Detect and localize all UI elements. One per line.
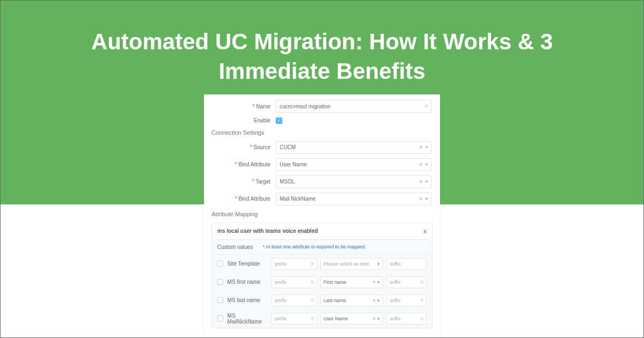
- source-label: * Source: [211, 144, 276, 150]
- map-row-ms-mailnickname: MS MailNickName prefix⎘ User Name×▾ suff…: [212, 310, 432, 328]
- name-input[interactable]: cucm>msol migration ⎘: [276, 100, 431, 113]
- bind-attr-label: * Bind Attribute: [211, 196, 276, 202]
- row-label: MS last name: [226, 297, 268, 303]
- copy-icon[interactable]: ⎘: [311, 316, 314, 321]
- enable-row: Enable ✓: [211, 117, 433, 124]
- copy-icon[interactable]: ⎘: [421, 316, 423, 321]
- mapping-header-title: ms local user with teams voice enabled: [217, 228, 318, 234]
- attribute-mapping-title: Attribute Mapping: [211, 211, 433, 217]
- enable-label: Enable: [211, 117, 276, 123]
- custom-values-hint: * At least one attribute is required to …: [262, 244, 366, 249]
- chevron-down-icon: ▾: [377, 280, 380, 285]
- clear-icon[interactable]: ×: [419, 161, 422, 167]
- copy-icon[interactable]: ⎘: [421, 280, 423, 285]
- suffix-input[interactable]: suffix: [386, 258, 427, 270]
- custom-values-label: Custom values: [217, 244, 253, 250]
- suffix-input[interactable]: suffix⎘: [386, 295, 427, 306]
- prefix-input[interactable]: prefix⎘: [272, 295, 317, 306]
- row-label: MS first name: [226, 279, 268, 285]
- mapping-box: ms local user with teams voice enabled x…: [211, 223, 433, 328]
- target-select[interactable]: MSOL ×▾: [276, 175, 431, 188]
- copy-icon[interactable]: ⎘: [311, 261, 314, 267]
- copy-icon[interactable]: ⎘: [311, 298, 314, 303]
- row-label: Site Template: [226, 261, 268, 267]
- target-row: * Target MSOL ×▾: [211, 175, 433, 188]
- chevron-down-icon: ▾: [377, 298, 380, 303]
- chevron-down-icon: ▾: [426, 179, 428, 184]
- source-row: * Source CUCM ×▾: [211, 141, 433, 154]
- clear-icon[interactable]: ×: [419, 179, 422, 185]
- bind-attr-1-select[interactable]: User Name ×▾: [276, 158, 431, 171]
- connection-settings-title: Connection Settings: [211, 129, 433, 136]
- middle-select[interactable]: First name×▾: [320, 276, 383, 288]
- map-row-site-template: Site Template prefix⎘ Please select an i…: [212, 255, 432, 273]
- row-checkbox[interactable]: [217, 279, 223, 285]
- chevron-down-icon: ▾: [377, 316, 380, 321]
- copy-icon[interactable]: ⎘: [425, 104, 428, 109]
- map-row-ms-last-name: MS last name prefix⎘ Last name×▾ suffix⎘: [212, 291, 432, 310]
- chevron-down-icon: ▾: [377, 261, 380, 267]
- row-label: MS MailNickName: [226, 313, 268, 325]
- bind-attr-2-select[interactable]: Mail NickName ×▾: [276, 193, 431, 205]
- row-checkbox[interactable]: [217, 315, 223, 321]
- source-select[interactable]: CUCM ×▾: [276, 141, 431, 154]
- mapping-header: ms local user with teams voice enabled x: [212, 223, 432, 240]
- middle-select[interactable]: Last name×▾: [320, 295, 383, 306]
- map-row-ms-first-name: MS first name prefix⎘ First name×▾ suffi…: [212, 273, 432, 291]
- enable-checkbox[interactable]: ✓: [276, 117, 282, 124]
- row-checkbox[interactable]: [217, 261, 223, 267]
- config-panel: * Name cucm>msol migration ⎘ Enable ✓ Co…: [204, 94, 440, 338]
- chevron-down-icon: ▾: [426, 196, 428, 201]
- bind-attr-2-row: * Bind Attribute Mail NickName ×▾: [211, 193, 433, 205]
- clear-icon[interactable]: ×: [373, 298, 376, 303]
- target-label: * Target: [211, 179, 276, 185]
- prefix-input[interactable]: prefix⎘: [272, 313, 317, 325]
- prefix-input[interactable]: prefix⎘: [272, 276, 317, 288]
- name-label: * Name: [211, 104, 276, 109]
- suffix-input[interactable]: suffix⎘: [386, 276, 427, 288]
- middle-select[interactable]: Please select an item▾: [320, 258, 383, 270]
- custom-values-note: Custom values * At least one attribute i…: [212, 240, 432, 255]
- clear-icon[interactable]: ×: [419, 144, 422, 150]
- clear-icon[interactable]: ×: [373, 280, 376, 285]
- bind-attr-1-row: * Bind Attribute User Name ×▾: [211, 158, 433, 171]
- close-icon[interactable]: x: [423, 227, 427, 235]
- row-checkbox[interactable]: [217, 297, 223, 303]
- suffix-input[interactable]: suffix⎘: [386, 313, 427, 325]
- name-row: * Name cucm>msol migration ⎘: [211, 100, 433, 113]
- chevron-down-icon: ▾: [426, 145, 428, 150]
- bind-attr-label: * Bind Attribute: [211, 161, 276, 167]
- chevron-down-icon: ▾: [426, 162, 428, 167]
- page-title: Automated UC Migration: How It Works & 3…: [80, 27, 564, 86]
- prefix-input[interactable]: prefix⎘: [272, 258, 317, 270]
- middle-select[interactable]: User Name×▾: [320, 313, 383, 325]
- clear-icon[interactable]: ×: [373, 316, 376, 321]
- clear-icon[interactable]: ×: [419, 196, 422, 202]
- copy-icon[interactable]: ⎘: [311, 280, 314, 285]
- copy-icon[interactable]: ⎘: [421, 298, 423, 303]
